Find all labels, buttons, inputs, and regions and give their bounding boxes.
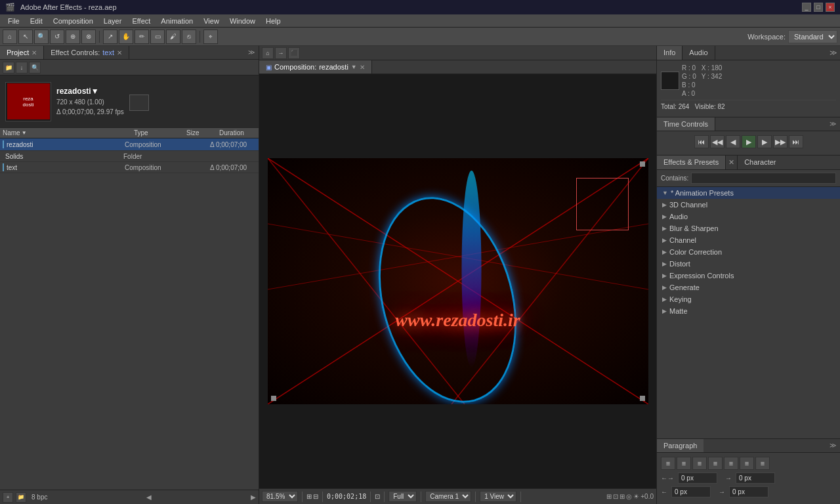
footer-arrow-left[interactable]: ◀ [146, 494, 152, 501]
effect-color-correction[interactable]: ▶ Color Correction [657, 246, 840, 258]
tab-character[interactable]: Character [737, 156, 782, 169]
footer-arrow-right[interactable]: ▶ [251, 494, 256, 501]
menu-file[interactable]: File [3, 16, 25, 26]
quality-control: Full [388, 491, 417, 502]
effect-channel[interactable]: ▶ Channel [657, 234, 840, 246]
effect-generate[interactable]: ▶ Generate [657, 282, 840, 293]
camera-select[interactable]: Camera 1 [425, 491, 471, 502]
footer-new-item[interactable]: + [3, 492, 13, 503]
effect-blur-sharpen[interactable]: ▶ Blur & Sharpen [657, 222, 840, 234]
view-select[interactable]: 1 View [480, 491, 516, 502]
para-align-left[interactable]: ≡ [661, 457, 675, 470]
tc-prev-frame[interactable]: ◀◀ [710, 135, 724, 148]
tc-next-frame[interactable]: ▶▶ [773, 135, 788, 148]
toolbar-camera2[interactable]: ⊗ [81, 30, 96, 44]
proj-new-folder[interactable]: 📁 [3, 62, 14, 74]
para-justify-all[interactable]: ≡ [755, 457, 770, 470]
tab-info[interactable]: Info [657, 46, 682, 60]
effect-matte[interactable]: ▶ Matte [657, 305, 840, 317]
tc-go-end[interactable]: ⏭ [789, 135, 803, 148]
effect-keying[interactable]: ▶ Keying [657, 293, 840, 305]
toolbar-rotate[interactable]: ↺ [50, 30, 64, 44]
effect-expression-controls[interactable]: ▶ Expression Controls [657, 270, 840, 282]
effects-panel-close[interactable]: ✕ [726, 156, 737, 169]
comp-tab-dropdown[interactable]: ▼ [351, 64, 357, 70]
toolbar-clone[interactable]: ⎋ [182, 30, 196, 44]
toolbar-rect[interactable]: ▭ [150, 30, 165, 44]
menu-view[interactable]: View [198, 16, 224, 26]
para-indent-right-val[interactable] [736, 472, 775, 484]
toolbar-puppet[interactable]: ⌖ [203, 30, 218, 44]
viewer-tb-render[interactable]: ⬛ [288, 47, 300, 59]
col-header-duration[interactable]: Duration [219, 129, 259, 136]
close-button[interactable]: × [826, 3, 835, 12]
minimize-button[interactable]: _ [802, 3, 811, 12]
col-header-size[interactable]: Size [186, 129, 219, 136]
info-tab-bar: Info Audio ≫ [657, 46, 840, 60]
file-row-solids[interactable]: Solids Folder [0, 151, 259, 162]
comp-tab-close[interactable]: ✕ [360, 64, 365, 71]
zoom-select[interactable]: 81.5% [262, 491, 298, 502]
effect-animation-presets[interactable]: ▼ * Animation Presets [657, 187, 840, 199]
maximize-button[interactable]: □ [814, 3, 823, 12]
para-space-after-val[interactable] [729, 486, 768, 497]
proj-search[interactable]: 🔍 [29, 62, 41, 74]
tab-paragraph[interactable]: Paragraph [657, 439, 704, 452]
info-xy-col: X : 180 Y : 342 [702, 64, 723, 97]
viewer-tb-home[interactable]: ⌂ [262, 47, 274, 59]
menu-composition[interactable]: Composition [48, 16, 98, 26]
toolbar-hand[interactable]: ✋ [119, 30, 133, 44]
tc-step-back[interactable]: ◀ [726, 135, 740, 148]
tab-project[interactable]: Project ✕ [0, 46, 44, 59]
effect-3d-channel[interactable]: ▶ 3D Channel [657, 199, 840, 211]
menu-help[interactable]: Help [261, 16, 286, 26]
menu-edit[interactable]: Edit [25, 16, 48, 26]
time-tab-expand[interactable]: ≫ [826, 117, 840, 131]
para-indent-left-val[interactable] [678, 472, 717, 484]
para-justify-center[interactable]: ≡ [724, 457, 738, 470]
toolbar-zoom[interactable]: 🔍 [34, 30, 49, 44]
para-justify-right[interactable]: ≡ [740, 457, 754, 470]
footer-folder[interactable]: 📁 [16, 492, 26, 503]
col-header-name[interactable]: Name ▼ [3, 129, 134, 136]
para-align-right[interactable]: ≡ [692, 457, 707, 470]
tab-audio[interactable]: Audio [682, 46, 715, 60]
menu-window[interactable]: Window [224, 16, 261, 26]
info-panel-expand[interactable]: ≫ [827, 46, 840, 60]
viewer-tb-flow[interactable]: → [275, 47, 287, 59]
file-row-text[interactable]: text Composition Δ 0;00;07;00 [0, 162, 259, 173]
tab-effect-controls[interactable]: Effect Controls: text ✕ [44, 46, 129, 59]
quality-select[interactable]: Full [388, 491, 417, 502]
toolbar-arrow[interactable]: ↗ [103, 30, 117, 44]
tc-step-forward[interactable]: ▶ [757, 135, 772, 148]
file-row-rezadosti[interactable]: rezadosti Composition Δ 0;00;07;00 ⬆ [0, 138, 259, 151]
menu-effect[interactable]: Effect [127, 16, 156, 26]
toolbar-pointer[interactable]: ↖ [18, 30, 33, 44]
effect-label-color: Color Correction [669, 248, 722, 256]
search-input[interactable] [691, 173, 836, 184]
total-label: Total: 264 [661, 103, 689, 110]
menu-animation[interactable]: Animation [156, 16, 198, 26]
para-expand[interactable]: ≫ [826, 439, 840, 452]
toolbar-home[interactable]: ⌂ [3, 30, 17, 44]
toolbar-paint[interactable]: 🖌 [166, 30, 180, 44]
toolbar-pen[interactable]: ✏ [135, 30, 149, 44]
tc-go-start[interactable]: ⏮ [694, 135, 709, 148]
tc-play[interactable]: ▶ [742, 135, 756, 148]
effect-audio[interactable]: ▶ Audio [657, 211, 840, 222]
tab-effect-close[interactable]: ✕ [117, 49, 122, 56]
menu-layer[interactable]: Layer [98, 16, 127, 26]
effect-distort[interactable]: ▶ Distort [657, 258, 840, 270]
tab-effects-presets[interactable]: Effects & Presets [657, 156, 726, 169]
comp-tab-rezadosti[interactable]: ▣ Composition: rezadosti ▼ ✕ [259, 60, 372, 74]
col-header-type[interactable]: Type [134, 129, 186, 136]
para-space-before-val[interactable] [671, 486, 711, 497]
tab-project-close[interactable]: ✕ [32, 49, 37, 56]
proj-import[interactable]: ↓ [16, 62, 28, 74]
workspace-dropdown[interactable]: Standard [788, 30, 837, 43]
para-justify-left[interactable]: ≡ [708, 457, 723, 470]
para-align-center[interactable]: ≡ [677, 457, 691, 470]
panel-expand-btn[interactable]: ≫ [244, 46, 259, 59]
tab-time-controls[interactable]: Time Controls [657, 117, 715, 131]
toolbar-camera[interactable]: ⊕ [66, 30, 80, 44]
